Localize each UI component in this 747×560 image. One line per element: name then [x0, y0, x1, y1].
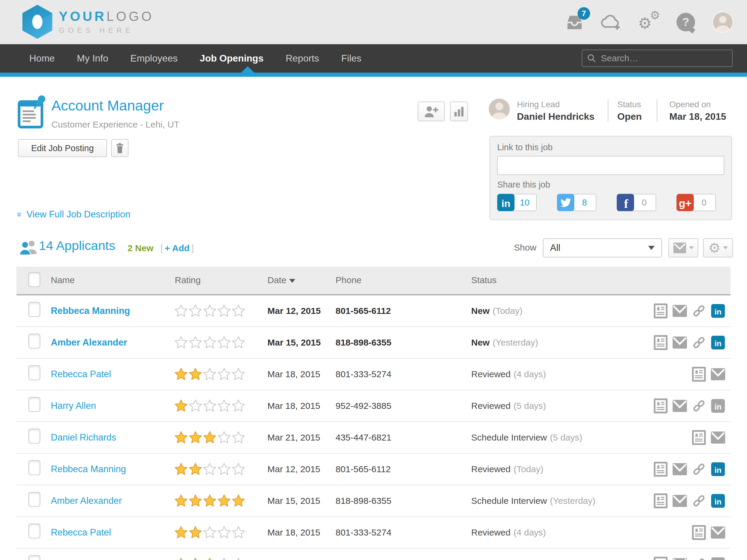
- applicant-name-link[interactable]: Amber Alexander: [51, 337, 127, 348]
- star-empty-icon[interactable]: [232, 367, 245, 381]
- email-icon[interactable]: [673, 304, 687, 318]
- nav-item-employees[interactable]: Employees: [130, 53, 178, 64]
- resume-icon[interactable]: [653, 557, 668, 560]
- star-empty-icon[interactable]: [203, 526, 216, 539]
- star-empty-icon[interactable]: [188, 399, 202, 413]
- email-icon[interactable]: [673, 462, 687, 476]
- resume-icon[interactable]: [692, 430, 706, 445]
- star-empty-icon[interactable]: [217, 367, 231, 381]
- add-applicant-link[interactable]: [+ Add]: [160, 243, 194, 253]
- user-avatar[interactable]: [712, 11, 733, 33]
- inbox-icon[interactable]: 7: [564, 11, 585, 33]
- rating-stars[interactable]: [174, 454, 245, 485]
- star-empty-icon[interactable]: [232, 336, 245, 349]
- star-filled-icon[interactable]: [188, 526, 202, 539]
- rating-stars[interactable]: [174, 390, 245, 421]
- email-icon[interactable]: [673, 494, 687, 508]
- star-filled-icon[interactable]: [203, 557, 216, 560]
- star-empty-icon[interactable]: [203, 399, 216, 413]
- star-empty-icon[interactable]: [174, 336, 188, 349]
- star-filled-icon[interactable]: [203, 494, 216, 508]
- row-checkbox[interactable]: [28, 524, 40, 538]
- star-empty-icon[interactable]: [217, 336, 231, 349]
- linkedin-icon[interactable]: in: [711, 557, 725, 560]
- table-settings-button[interactable]: ⚙: [703, 238, 733, 258]
- link-icon[interactable]: [692, 399, 706, 413]
- select-all-checkbox[interactable]: [28, 272, 40, 287]
- star-empty-icon[interactable]: [217, 462, 231, 476]
- resume-icon[interactable]: [653, 336, 668, 350]
- star-empty-icon[interactable]: [203, 462, 216, 476]
- nav-item-job-openings[interactable]: Job Openings: [200, 53, 263, 64]
- nav-item-home[interactable]: Home: [29, 53, 55, 64]
- email-icon[interactable]: [673, 399, 687, 413]
- resume-icon[interactable]: [653, 399, 668, 413]
- email-icon[interactable]: [711, 430, 725, 445]
- star-empty-icon[interactable]: [232, 462, 245, 476]
- star-filled-icon[interactable]: [217, 494, 231, 508]
- column-header-date[interactable]: Date: [267, 275, 295, 285]
- star-filled-icon[interactable]: [188, 557, 202, 560]
- star-filled-icon[interactable]: [174, 462, 188, 476]
- rating-stars[interactable]: [174, 517, 245, 548]
- row-checkbox[interactable]: [28, 365, 40, 380]
- linkedin-icon[interactable]: in: [711, 336, 725, 350]
- column-header-name[interactable]: Name: [51, 275, 75, 285]
- rating-stars[interactable]: [174, 485, 245, 516]
- star-empty-icon[interactable]: [188, 336, 202, 349]
- row-checkbox[interactable]: [28, 334, 40, 349]
- applicant-name-link[interactable]: Harry Allen: [51, 559, 96, 560]
- star-empty-icon[interactable]: [217, 526, 231, 539]
- column-header-status[interactable]: Status: [471, 275, 497, 285]
- nav-item-files[interactable]: Files: [341, 53, 362, 64]
- share-facebook-button[interactable]: f0: [617, 194, 656, 211]
- star-filled-icon[interactable]: [174, 526, 188, 539]
- settings-gears-icon[interactable]: ⚙⚙: [638, 11, 660, 33]
- nav-item-reports[interactable]: Reports: [286, 53, 319, 64]
- search-box[interactable]: [582, 50, 733, 67]
- link-icon[interactable]: [692, 462, 706, 476]
- star-filled-icon[interactable]: [188, 462, 202, 476]
- resume-icon[interactable]: [653, 304, 668, 318]
- nav-item-my-info[interactable]: My Info: [77, 53, 108, 64]
- job-stats-button[interactable]: [450, 102, 468, 121]
- link-icon[interactable]: [692, 304, 706, 318]
- applicant-name-link[interactable]: Rebbeca Manning: [51, 464, 126, 475]
- applicant-name-link[interactable]: Rebecca Patel: [51, 527, 111, 538]
- share-googleplus-button[interactable]: g+0: [676, 194, 716, 211]
- search-input[interactable]: [600, 53, 727, 63]
- star-empty-icon[interactable]: [232, 399, 245, 413]
- star-filled-icon[interactable]: [188, 367, 202, 381]
- rating-stars[interactable]: [174, 549, 245, 560]
- star-empty-icon[interactable]: [203, 336, 216, 349]
- applicant-name-link[interactable]: Harry Allen: [51, 401, 96, 411]
- star-filled-icon[interactable]: [174, 494, 188, 508]
- resume-icon[interactable]: [653, 462, 668, 476]
- linkedin-icon[interactable]: in: [711, 462, 725, 476]
- hiring-lead-avatar[interactable]: [489, 99, 510, 119]
- link-icon[interactable]: [692, 494, 706, 508]
- row-checkbox[interactable]: [28, 397, 40, 412]
- row-checkbox[interactable]: [28, 429, 40, 444]
- star-empty-icon[interactable]: [188, 304, 202, 318]
- rating-stars[interactable]: [174, 295, 245, 326]
- star-filled-icon[interactable]: [174, 431, 188, 445]
- email-icon[interactable]: [673, 557, 687, 560]
- rating-stars[interactable]: [174, 359, 245, 390]
- view-full-job-description-link[interactable]: » View Full Job Description: [17, 209, 130, 220]
- star-empty-icon[interactable]: [232, 557, 245, 560]
- star-empty-icon[interactable]: [232, 526, 245, 539]
- linkedin-icon[interactable]: in: [711, 494, 725, 508]
- applicant-name-link[interactable]: Daniel Richards: [51, 432, 116, 443]
- resume-icon[interactable]: [692, 525, 706, 540]
- cloud-add-icon[interactable]: [601, 11, 622, 33]
- star-empty-icon[interactable]: [217, 557, 231, 560]
- applicant-name-link[interactable]: Rebbeca Manning: [51, 305, 130, 316]
- delete-job-button[interactable]: [111, 139, 128, 157]
- star-empty-icon[interactable]: [203, 304, 216, 318]
- star-filled-icon[interactable]: [232, 494, 245, 508]
- linkedin-icon[interactable]: in: [711, 304, 725, 318]
- email-icon[interactable]: [711, 367, 725, 381]
- resume-icon[interactable]: [653, 494, 668, 508]
- link-icon[interactable]: [692, 336, 706, 350]
